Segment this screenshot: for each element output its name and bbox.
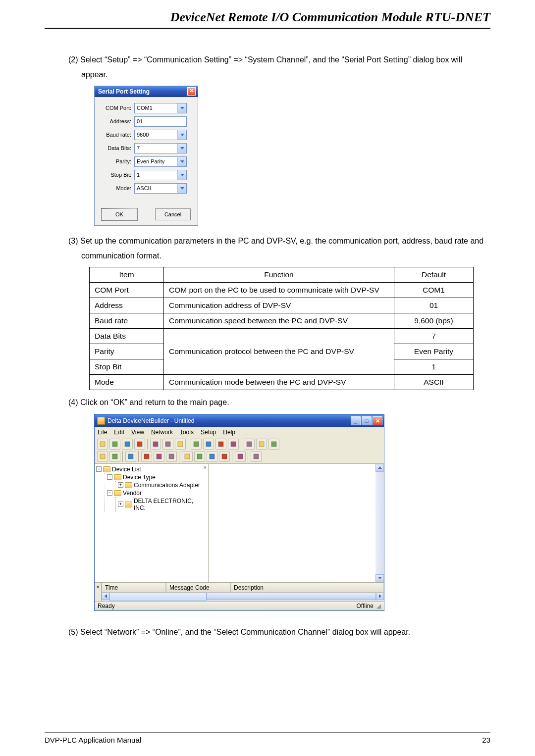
minimize-button[interactable]: _: [351, 416, 361, 425]
scroll-left-icon[interactable]: [102, 593, 109, 600]
tree-item[interactable]: −Device Type: [107, 473, 207, 481]
svg-rect-8: [125, 442, 130, 447]
menu-network[interactable]: Network: [151, 429, 173, 436]
toolbar-button[interactable]: [125, 451, 136, 462]
toolbar-button[interactable]: [97, 439, 108, 450]
chevron-down-icon[interactable]: [177, 103, 186, 113]
tree-item[interactable]: +DELTA ELECTRONIC, INC.: [118, 497, 207, 512]
collapse-icon[interactable]: −: [107, 490, 112, 496]
vertical-scrollbar[interactable]: [375, 464, 384, 582]
toolbar: [95, 437, 384, 451]
sps-textbox[interactable]: 01: [134, 116, 187, 127]
toolbar-button[interactable]: [166, 451, 177, 462]
toolbar-button[interactable]: [150, 439, 161, 450]
horizontal-scrollbar[interactable]: [102, 593, 384, 601]
sps-value[interactable]: 9600: [135, 130, 177, 140]
svg-rect-24: [157, 454, 161, 459]
collapse-icon[interactable]: −: [96, 466, 102, 472]
panel-close-icon[interactable]: ×: [204, 464, 207, 470]
document-title: DeviceNet Remote I/O Communication Modul…: [45, 10, 490, 29]
expand-icon[interactable]: +: [118, 502, 123, 507]
toolbar-button[interactable]: [194, 451, 205, 462]
scroll-down-icon[interactable]: [375, 574, 384, 582]
footer-left: DVP-PLC Application Manual: [45, 736, 141, 744]
maximize-button[interactable]: □: [362, 416, 372, 425]
scroll-right-icon[interactable]: [376, 593, 384, 600]
toolbar-button[interactable]: [175, 439, 186, 450]
toolbar-button[interactable]: [134, 439, 145, 450]
toolbar-button[interactable]: [97, 451, 108, 462]
resize-grip-icon[interactable]: ◢: [376, 603, 381, 609]
message-pane-close-icon[interactable]: ×: [95, 583, 102, 593]
toolbar-separator: [179, 451, 180, 462]
svg-rect-15: [218, 442, 223, 447]
toolbar-button[interactable]: [109, 439, 120, 450]
chevron-down-icon[interactable]: [177, 144, 186, 153]
toolbar-button[interactable]: [207, 451, 217, 462]
toolbar-button[interactable]: [235, 451, 246, 462]
sps-value[interactable]: COM1: [135, 103, 177, 113]
toolbar-button[interactable]: [251, 451, 262, 462]
cell-default: 9,600 (bps): [394, 313, 474, 328]
chevron-down-icon[interactable]: [177, 130, 186, 140]
toolbar-button[interactable]: [268, 439, 279, 450]
toolbar-button[interactable]: [122, 439, 133, 450]
cancel-button[interactable]: Cancel: [155, 208, 191, 220]
sps-dropdown[interactable]: 9600: [134, 130, 187, 140]
sps-value[interactable]: ASCII: [135, 184, 177, 193]
menu-file[interactable]: File: [98, 429, 107, 436]
tree-item[interactable]: −Device List: [96, 465, 207, 473]
tree-item[interactable]: −Vendor: [107, 489, 207, 497]
msg-col-time[interactable]: Time: [102, 583, 166, 593]
chevron-down-icon[interactable]: [177, 184, 186, 193]
sps-value[interactable]: 7: [135, 144, 177, 153]
msg-col-desc[interactable]: Description: [230, 583, 384, 593]
msg-col-code[interactable]: Message Code: [166, 583, 230, 593]
menu-setup[interactable]: Setup: [201, 429, 216, 436]
menu-help[interactable]: Help: [223, 429, 235, 436]
toolbar-button[interactable]: [256, 439, 267, 450]
toolbar-button[interactable]: [162, 439, 173, 450]
canvas-area[interactable]: [209, 464, 384, 582]
close-button[interactable]: ✕: [373, 416, 382, 425]
folder-icon: [125, 482, 132, 488]
svg-rect-22: [128, 454, 133, 459]
sps-dropdown[interactable]: 7: [134, 143, 187, 153]
sps-value[interactable]: 1: [135, 170, 177, 180]
svg-marker-2: [180, 147, 184, 150]
toolbar-button[interactable]: [191, 439, 202, 450]
toolbar-button[interactable]: [154, 451, 164, 462]
sps-dropdown[interactable]: COM1: [134, 103, 187, 113]
menu-edit[interactable]: Edit: [114, 429, 124, 436]
sps-dropdown[interactable]: Even Parity: [134, 156, 187, 167]
toolbar-button[interactable]: [203, 439, 214, 450]
toolbar-button[interactable]: [109, 451, 120, 462]
col-function-header: Function: [164, 267, 394, 282]
chevron-down-icon[interactable]: [177, 170, 186, 180]
ok-button[interactable]: OK: [102, 208, 137, 220]
toolbar-button[interactable]: [141, 451, 152, 462]
sps-dropdown[interactable]: ASCII: [134, 183, 187, 194]
menu-tools[interactable]: Tools: [180, 429, 194, 436]
sps-label: Mode:: [100, 185, 134, 191]
scroll-track[interactable]: [207, 593, 376, 600]
sps-value[interactable]: 01: [135, 117, 186, 126]
menu-view[interactable]: View: [131, 429, 144, 436]
scroll-up-icon[interactable]: [375, 464, 384, 472]
toolbar-button[interactable]: [219, 451, 230, 462]
sps-dropdown[interactable]: 1: [134, 170, 187, 180]
close-icon[interactable]: ✕: [187, 87, 196, 96]
table-row: ModeCommunication mode between the PC an…: [90, 374, 474, 390]
toolbar-button[interactable]: [244, 439, 255, 450]
tree-item[interactable]: +Communications Adapter: [118, 481, 207, 489]
cell-item: Address: [90, 298, 164, 313]
collapse-icon[interactable]: −: [107, 474, 112, 480]
toolbar-button[interactable]: [182, 451, 193, 462]
toolbar-button[interactable]: [215, 439, 226, 450]
svg-rect-23: [144, 454, 149, 459]
chevron-down-icon[interactable]: [177, 157, 186, 166]
toolbar-button[interactable]: [228, 439, 239, 450]
expand-icon[interactable]: +: [118, 482, 123, 488]
svg-marker-3: [180, 160, 184, 163]
sps-value[interactable]: Even Parity: [135, 157, 177, 166]
